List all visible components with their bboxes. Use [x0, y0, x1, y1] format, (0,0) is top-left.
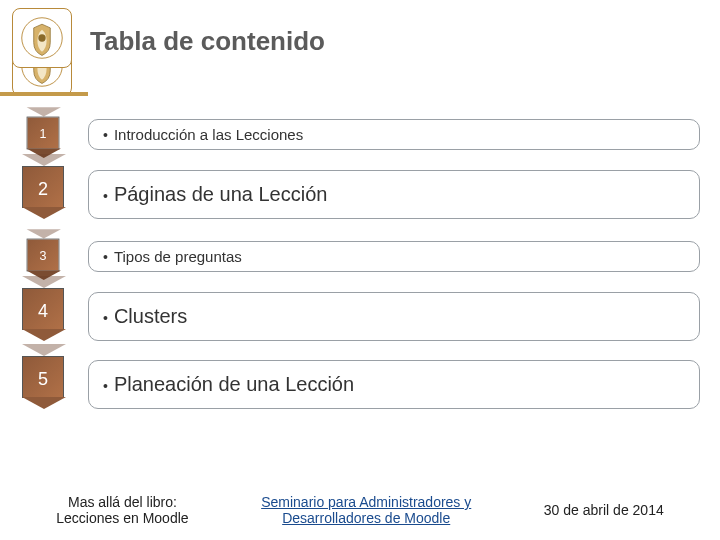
chevron-badge: 1: [22, 112, 80, 156]
bullet-icon: •: [103, 311, 108, 325]
svg-point-2: [38, 34, 45, 41]
toc-row: 5 • Planeación de una Lección: [22, 356, 700, 412]
footer: Mas allá del libro: Lecciones en Moodle …: [0, 494, 720, 526]
page-title: Tabla de contenido: [90, 26, 325, 57]
toc-number: 1: [27, 128, 58, 142]
toc-item-label: Clusters: [114, 305, 187, 328]
bullet-icon: •: [103, 250, 108, 264]
footer-date: 30 de abril de 2014: [544, 502, 664, 518]
table-of-contents: 1 • Introducción a las Lecciones 2 • Pág…: [22, 112, 700, 424]
chevron-badge: 2: [22, 166, 80, 222]
toc-row: 1 • Introducción a las Lecciones: [22, 112, 700, 156]
chevron-badge: 5: [22, 356, 80, 412]
footer-mid-line2: Desarrolladores de Moodle: [261, 510, 471, 526]
footer-mid-line1: Seminario para Administradores y: [261, 494, 471, 510]
toc-number: 2: [23, 179, 63, 200]
toc-row: 4 • Clusters: [22, 288, 700, 344]
toc-number: 5: [23, 369, 63, 390]
toc-number: 3: [27, 250, 58, 264]
footer-left-line1: Mas allá del libro:: [56, 494, 188, 510]
toc-bubble: • Clusters: [88, 292, 700, 341]
toc-row: 3 • Tipos de preguntas: [22, 234, 700, 278]
toc-item-label: Tipos de preguntas: [114, 248, 242, 265]
header: Tabla de contenido: [0, 0, 720, 92]
bullet-icon: •: [103, 128, 108, 142]
toc-bubble: • Introducción a las Lecciones: [88, 119, 700, 150]
accent-divider: [0, 92, 88, 96]
logo-stack: [8, 8, 78, 92]
toc-item-label: Páginas de una Lección: [114, 183, 328, 206]
toc-row: 2 • Páginas de una Lección: [22, 166, 700, 222]
toc-bubble: • Planeación de una Lección: [88, 360, 700, 409]
logo-primary: [12, 8, 72, 68]
footer-seminar-link[interactable]: Seminario para Administradores y Desarro…: [261, 494, 471, 526]
footer-left: Mas allá del libro: Lecciones en Moodle: [56, 494, 188, 526]
toc-bubble: • Tipos de preguntas: [88, 241, 700, 272]
bullet-icon: •: [103, 379, 108, 393]
toc-number: 4: [23, 301, 63, 322]
toc-item-label: Introducción a las Lecciones: [114, 126, 303, 143]
toc-bubble: • Páginas de una Lección: [88, 170, 700, 219]
chevron-badge: 3: [22, 234, 80, 278]
unam-crest-icon: [19, 15, 65, 61]
chevron-badge: 4: [22, 288, 80, 344]
footer-left-line2: Lecciones en Moodle: [56, 510, 188, 526]
bullet-icon: •: [103, 189, 108, 203]
toc-item-label: Planeación de una Lección: [114, 373, 354, 396]
